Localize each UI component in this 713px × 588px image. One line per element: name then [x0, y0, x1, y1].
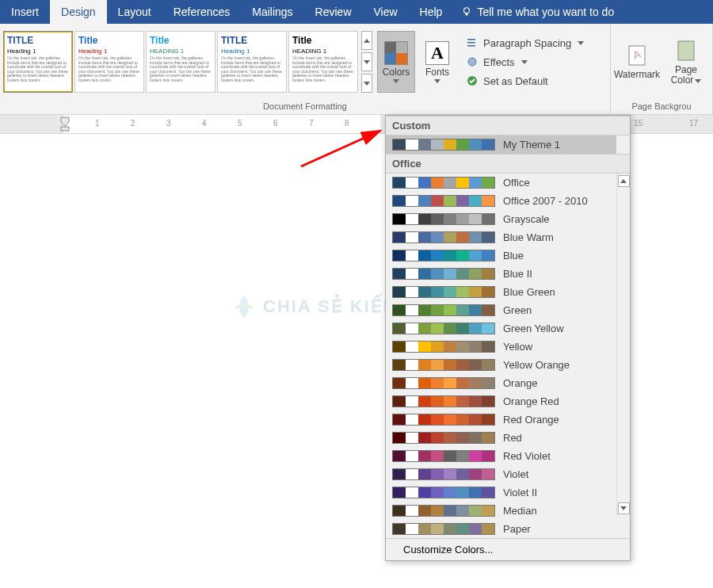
page-color-label: Page Color — [663, 65, 709, 86]
theme-item[interactable]: TITLEHeading 1On the Insert tab, the gal… — [217, 31, 287, 93]
dropdown-scrollbar[interactable] — [616, 174, 630, 516]
ribbon-body: TITLEHeading 1On the Insert tab, the gal… — [0, 24, 713, 115]
color-swatch-row — [392, 523, 495, 535]
svg-rect-2 — [467, 39, 475, 40]
scroll-down-button[interactable] — [618, 502, 630, 514]
color-scheme-name: Orange Red — [503, 395, 559, 407]
tab-design[interactable]: Design — [50, 0, 107, 24]
color-scheme-item[interactable]: Orange Red — [386, 392, 616, 410]
dropdown-icon — [393, 79, 399, 83]
color-scheme-name: Median — [503, 505, 537, 517]
tab-review[interactable]: Review — [304, 0, 363, 24]
ruler-number: 5 — [238, 119, 242, 128]
color-scheme-item[interactable]: Median — [386, 502, 616, 520]
ruler-number: 15 — [634, 119, 642, 128]
color-swatch-row — [392, 468, 495, 480]
colors-icon — [384, 41, 408, 65]
set-default-label: Set as Default — [483, 75, 548, 87]
tell-me-label: Tell me what you want to do — [477, 6, 614, 18]
svg-rect-9 — [678, 41, 694, 60]
theme-gallery[interactable]: TITLEHeading 1On the Insert tab, the gal… — [3, 31, 358, 93]
theme-item[interactable]: TitleHEADING 1On the Insert tab, the gal… — [146, 31, 215, 93]
color-scheme-name: Red — [503, 432, 522, 444]
color-scheme-item[interactable]: Blue II — [386, 265, 616, 283]
effects-button[interactable]: Effects — [466, 53, 584, 71]
colors-button[interactable]: Colors — [377, 31, 415, 93]
color-scheme-item[interactable]: Blue — [386, 246, 616, 265]
customize-colors-button[interactable]: Customize Colors... — [386, 538, 630, 560]
tell-me-search[interactable]: Tell me what you want to do — [453, 0, 622, 24]
section-header-custom: Custom — [386, 116, 630, 136]
paragraph-spacing-label: Paragraph Spacing — [483, 37, 571, 49]
color-scheme-name: Office — [503, 177, 530, 189]
ruler-number: 2 — [131, 119, 135, 128]
color-scheme-name: My Theme 1 — [503, 139, 560, 151]
color-scheme-name: Grayscale — [503, 213, 550, 225]
svg-rect-1 — [466, 13, 468, 16]
tab-layout[interactable]: Layout — [107, 0, 162, 24]
set-default-button[interactable]: Set as Default — [466, 72, 584, 90]
watermark-button[interactable]: A Watermark — [614, 43, 660, 80]
tab-help[interactable]: Help — [409, 0, 454, 24]
dropdown-icon — [578, 41, 584, 45]
color-scheme-item[interactable]: Violet — [386, 465, 616, 483]
fonts-button[interactable]: A Fonts — [418, 31, 456, 93]
theme-item[interactable]: TitleHeading 1On the Insert tab, the gal… — [74, 31, 144, 93]
color-scheme-name: Blue II — [503, 268, 532, 280]
ruler-number: 6 — [273, 119, 278, 128]
color-scheme-name: Blue Green — [503, 286, 555, 298]
color-swatch-row — [392, 505, 495, 517]
color-swatch-row — [392, 177, 495, 189]
tab-view[interactable]: View — [363, 0, 409, 24]
scroll-up-button[interactable] — [618, 175, 630, 187]
color-scheme-item[interactable]: Paper — [386, 520, 616, 538]
color-scheme-name: Blue — [503, 250, 524, 262]
page-color-button[interactable]: Page Color — [663, 38, 709, 86]
watermark-logo-icon — [230, 292, 258, 321]
color-scheme-item[interactable]: Yellow Orange — [386, 356, 616, 374]
color-scheme-item[interactable]: Red Violet — [386, 447, 616, 465]
color-scheme-item[interactable]: Grayscale — [386, 210, 616, 228]
fonts-icon: A — [425, 41, 449, 65]
color-scheme-item[interactable]: Blue Green — [386, 283, 616, 301]
color-scheme-name: Green — [503, 304, 532, 316]
theme-item[interactable]: TITLEHeading 1On the Insert tab, the gal… — [3, 31, 73, 93]
ruler-number: 17 — [689, 119, 698, 128]
gallery-up-button[interactable] — [361, 31, 372, 50]
color-scheme-item[interactable]: Green — [386, 301, 616, 319]
color-scheme-item[interactable]: Office — [386, 174, 616, 192]
color-scheme-name: Blue Warm — [503, 231, 554, 243]
customize-colors-label: Customize Colors... — [403, 544, 493, 556]
gallery-down-button[interactable] — [361, 52, 372, 71]
color-scheme-name: Violet II — [503, 487, 537, 498]
color-scheme-item[interactable]: Office 2007 - 2010 — [386, 192, 616, 210]
color-scheme-item[interactable]: Yellow — [386, 338, 616, 356]
color-scheme-item[interactable]: Violet II — [386, 483, 616, 502]
colors-dropdown-panel: Custom My Theme 1 Office OfficeOffice 20… — [385, 115, 631, 561]
tab-references[interactable]: References — [162, 0, 242, 24]
color-scheme-item[interactable]: Orange — [386, 374, 616, 392]
color-scheme-item[interactable]: Blue Warm — [386, 228, 616, 246]
color-swatch-row — [392, 268, 495, 280]
effects-icon — [466, 55, 479, 68]
color-swatch-row — [392, 341, 495, 353]
theme-item[interactable]: TitleHEADING 1On the Insert tab, the gal… — [288, 31, 358, 93]
color-swatch-row — [392, 359, 495, 371]
tab-insert[interactable]: Insert — [0, 0, 50, 24]
color-swatch-row — [392, 323, 495, 334]
paragraph-spacing-button[interactable]: Paragraph Spacing — [466, 34, 584, 52]
fonts-label: Fonts — [425, 67, 449, 78]
color-scheme-item[interactable]: Green Yellow — [386, 319, 616, 338]
ribbon-tabs: Insert Design Layout References Mailings… — [0, 0, 713, 24]
color-swatch-row — [392, 213, 495, 225]
tab-mailings[interactable]: Mailings — [241, 0, 303, 24]
color-scheme-item[interactable]: My Theme 1 — [386, 136, 616, 154]
color-scheme-name: Paper — [503, 523, 531, 535]
color-scheme-item[interactable]: Red Orange — [386, 410, 616, 429]
indent-marker[interactable] — [60, 116, 70, 134]
lightbulb-icon — [461, 6, 472, 17]
color-scheme-item[interactable]: Red — [386, 429, 616, 447]
ruler-number: 3 — [166, 119, 171, 128]
svg-rect-10 — [61, 127, 69, 131]
gallery-more-button[interactable] — [361, 74, 372, 93]
